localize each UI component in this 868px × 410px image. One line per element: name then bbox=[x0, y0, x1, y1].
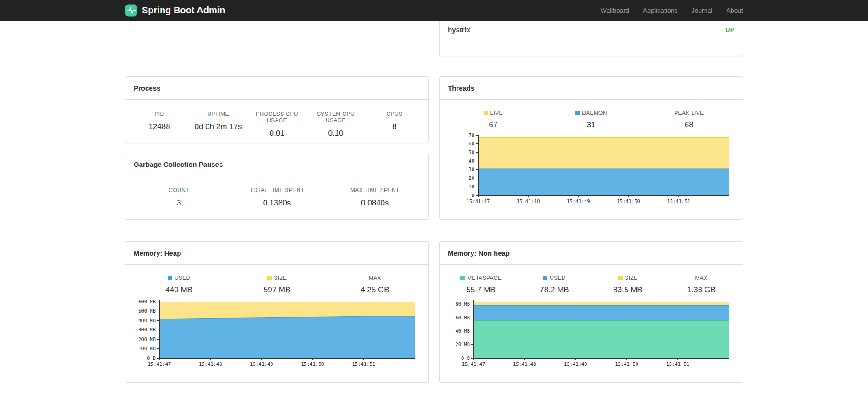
legend-color-swatch-icon bbox=[267, 276, 272, 280]
legend-item: SIZE83.5 MB bbox=[591, 275, 665, 295]
stat-item: UPTIME0d 0h 2m 17s bbox=[189, 111, 248, 138]
legend-label: SIZE bbox=[228, 275, 326, 281]
legend-label: DAEMON bbox=[542, 110, 640, 116]
stat-item: PID12488 bbox=[130, 111, 189, 138]
stat-item: TOTAL TIME SPENT0.1380s bbox=[228, 187, 326, 208]
svg-text:10: 10 bbox=[468, 184, 474, 189]
process-panel: Process PID12488UPTIME0d 0h 2m 17sPROCES… bbox=[125, 76, 429, 143]
legend-label: MAX bbox=[326, 275, 424, 281]
memory-heap-chart-wrap: 0 B100 MB200 MB300 MB400 MB500 MB600 MB1… bbox=[125, 296, 428, 370]
stat-item: MAX TIME SPENT0.0840s bbox=[326, 187, 424, 208]
stat-item: SYSTEM CPU USAGE0.10 bbox=[306, 111, 365, 138]
health-indicator-name: hystrix bbox=[448, 26, 470, 34]
svg-text:600 MB: 600 MB bbox=[138, 299, 156, 304]
legend-item: METASPACE55.7 MB bbox=[444, 275, 518, 295]
stat-label: COUNT bbox=[130, 187, 228, 194]
legend-item: SIZE597 MB bbox=[228, 275, 326, 295]
svg-text:40 MB: 40 MB bbox=[455, 328, 470, 334]
health-row-hystrix: hystrix UP bbox=[440, 21, 743, 40]
memory-nonheap-panel: Memory: Non heap METASPACE55.7 MBUSED78.… bbox=[439, 241, 743, 383]
svg-text:15:41:50: 15:41:50 bbox=[617, 199, 640, 204]
legend-item: MAX1.33 GB bbox=[665, 275, 738, 295]
stat-item: CPUS8 bbox=[365, 111, 424, 138]
legend-value: 1.33 GB bbox=[665, 285, 738, 295]
svg-text:70: 70 bbox=[468, 132, 474, 138]
status-badge: UP bbox=[726, 26, 734, 34]
stat-label: MAX TIME SPENT bbox=[326, 187, 424, 194]
svg-text:15:41:47: 15:41:47 bbox=[148, 361, 171, 367]
svg-text:200 MB: 200 MB bbox=[138, 336, 156, 342]
main-content: hystrix UP Process PID12488UPTIME0d 0h 2… bbox=[125, 21, 743, 383]
legend-label: LIVE bbox=[444, 110, 542, 116]
legend-value: 440 MB bbox=[130, 285, 228, 295]
svg-text:15:41:48: 15:41:48 bbox=[513, 361, 536, 367]
memory-heap-panel-title: Memory: Heap bbox=[125, 242, 428, 265]
memory-nonheap-legend: METASPACE55.7 MBUSED78.2 MBSIZE83.5 MBMA… bbox=[440, 275, 743, 295]
svg-text:15:41:51: 15:41:51 bbox=[667, 199, 691, 204]
process-stats: PID12488UPTIME0d 0h 2m 17sPROCESS CPU US… bbox=[125, 100, 428, 138]
stat-value: 0.1380s bbox=[228, 199, 326, 208]
threads-chart-wrap: 01020304050607015:41:4715:41:4815:41:491… bbox=[440, 131, 743, 207]
stat-value: 8 bbox=[365, 122, 424, 131]
stat-item: PROCESS CPU USAGE0.01 bbox=[248, 111, 306, 138]
legend-item: DAEMON31 bbox=[542, 110, 640, 130]
app-logo-icon bbox=[125, 4, 137, 17]
brand-link[interactable]: Spring Boot Admin bbox=[125, 4, 225, 17]
svg-text:15:41:49: 15:41:49 bbox=[250, 361, 273, 367]
svg-text:500 MB: 500 MB bbox=[138, 308, 156, 313]
legend-color-swatch-icon bbox=[575, 111, 580, 115]
health-panel: hystrix UP bbox=[439, 21, 743, 56]
threads-legend: LIVE67DAEMON31PEAK LIVE68 bbox=[440, 110, 743, 130]
svg-text:80 MB: 80 MB bbox=[455, 301, 470, 307]
stat-value: 0.0840s bbox=[326, 199, 424, 208]
memory-nonheap-chart-wrap: 0 B20 MB40 MB60 MB80 MB15:41:4715:41:481… bbox=[440, 296, 743, 370]
svg-text:100 MB: 100 MB bbox=[138, 346, 156, 351]
legend-color-swatch-icon bbox=[618, 276, 623, 280]
svg-text:15:41:49: 15:41:49 bbox=[564, 361, 587, 367]
legend-label: METASPACE bbox=[444, 275, 518, 281]
nav-item-journal[interactable]: Journal bbox=[691, 7, 712, 14]
memory-heap-legend: USED440 MBSIZE597 MBMAX4.25 GB bbox=[125, 275, 428, 295]
legend-color-swatch-icon bbox=[543, 276, 547, 280]
nav-item-wallboard[interactable]: Wallboard bbox=[600, 7, 629, 14]
process-panel-title: Process bbox=[125, 77, 428, 100]
stat-value: 0.01 bbox=[248, 129, 306, 138]
legend-value: 31 bbox=[542, 120, 640, 130]
memory-nonheap-chart: 0 B20 MB40 MB60 MB80 MB15:41:4715:41:481… bbox=[448, 296, 734, 370]
svg-text:50: 50 bbox=[468, 149, 474, 155]
svg-text:40: 40 bbox=[468, 158, 474, 164]
nav-item-about[interactable]: About bbox=[726, 7, 743, 14]
threads-chart: 01020304050607015:41:4715:41:4815:41:491… bbox=[448, 131, 734, 207]
svg-text:60 MB: 60 MB bbox=[455, 315, 470, 320]
svg-text:15:41:50: 15:41:50 bbox=[301, 361, 324, 367]
gc-stats: COUNT3TOTAL TIME SPENT0.1380sMAX TIME SP… bbox=[125, 176, 428, 208]
stat-label: PROCESS CPU USAGE bbox=[248, 111, 306, 124]
legend-label: SIZE bbox=[591, 275, 665, 281]
threads-panel-title: Threads bbox=[440, 77, 743, 100]
svg-text:15:41:49: 15:41:49 bbox=[567, 199, 590, 204]
svg-text:20 MB: 20 MB bbox=[455, 342, 470, 347]
legend-item: PEAK LIVE68 bbox=[640, 110, 738, 130]
stat-label: SYSTEM CPU USAGE bbox=[306, 111, 365, 124]
svg-text:0: 0 bbox=[472, 193, 474, 198]
legend-label: MAX bbox=[665, 275, 738, 281]
legend-value: 78.2 MB bbox=[518, 285, 591, 295]
svg-text:15:41:48: 15:41:48 bbox=[517, 199, 540, 204]
stat-label: TOTAL TIME SPENT bbox=[228, 187, 326, 194]
panel-bottom-spacer bbox=[440, 40, 743, 56]
nav-item-applications[interactable]: Applications bbox=[643, 7, 678, 14]
gc-panel: Garbage Collection Pauses COUNT3TOTAL TI… bbox=[125, 153, 429, 220]
svg-text:15:41:47: 15:41:47 bbox=[462, 361, 485, 367]
stat-value: 3 bbox=[130, 199, 228, 208]
stat-item: COUNT3 bbox=[130, 187, 228, 208]
svg-text:400 MB: 400 MB bbox=[138, 318, 156, 323]
legend-value: 67 bbox=[444, 120, 542, 130]
svg-text:30: 30 bbox=[468, 166, 474, 172]
svg-text:0 B: 0 B bbox=[461, 355, 470, 361]
legend-value: 68 bbox=[640, 120, 738, 130]
legend-item: MAX4.25 GB bbox=[326, 275, 424, 295]
svg-text:15:41:50: 15:41:50 bbox=[615, 361, 638, 367]
svg-text:15:41:47: 15:41:47 bbox=[467, 199, 490, 204]
svg-text:60: 60 bbox=[468, 141, 474, 146]
legend-value: 83.5 MB bbox=[591, 285, 665, 295]
